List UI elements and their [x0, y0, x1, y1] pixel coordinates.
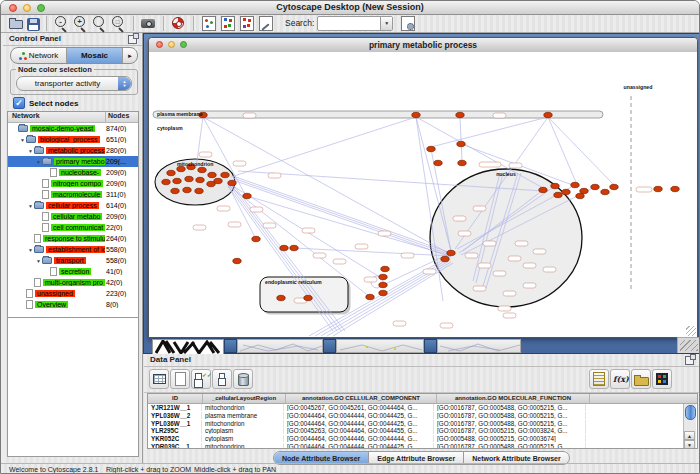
network-canvas[interactable]: plasma membranecytoplasmmitochondrionnuc… — [149, 52, 697, 337]
table-cell[interactable]: mitochondrion — [202, 443, 284, 449]
scroll-up-icon[interactable]: ▲ — [684, 431, 695, 440]
node-color-dropdown[interactable]: transporter activity ▲▼ — [16, 76, 132, 91]
tree-row-unassigned[interactable]: unassigned223(0) — [8, 288, 138, 299]
tree-row-metabolic-process[interactable]: ▼metabolic process280(0) — [8, 145, 138, 156]
layout-organic-icon[interactable] — [219, 15, 236, 32]
select-nodes-checkbox[interactable]: ✓ — [13, 97, 25, 109]
background-window-titlebar[interactable] — [323, 339, 336, 353]
table-cell[interactable]: YJR121W__1 — [148, 404, 202, 411]
network-node[interactable] — [671, 186, 679, 191]
network-edge[interactable] — [548, 117, 614, 185]
network-node[interactable] — [185, 176, 193, 181]
network-node[interactable] — [173, 178, 181, 183]
network-node[interactable] — [379, 282, 387, 287]
tree-row-cellular-process[interactable]: ▼cellular process614(0) — [8, 200, 138, 211]
table-cell[interactable]: YPL036W__2 — [148, 412, 202, 419]
network-edge[interactable] — [233, 180, 451, 257]
table-cell[interactable]: plasma membrane — [202, 412, 284, 419]
table-cell[interactable]: [GO:0016787, GO:0005488, GO:0005215, G..… — [434, 404, 586, 411]
network-node[interactable] — [196, 177, 204, 182]
table-row[interactable]: YPL036W__1mitochondrion[GO:0044464, GO:0… — [148, 419, 697, 427]
background-window-preview[interactable] — [237, 339, 323, 353]
disclosure-arrow-icon[interactable]: ▼ — [27, 203, 34, 209]
network-node[interactable] — [379, 290, 387, 295]
tree-row-multi-organism-pro[interactable]: multi-organism pro42(0) — [8, 277, 138, 288]
network-node[interactable] — [654, 186, 662, 191]
tree-row-cell-communicat[interactable]: cell communicat22(0) — [8, 222, 138, 233]
network-node[interactable] — [162, 179, 170, 184]
table-cell[interactable]: cytoplasm — [202, 435, 284, 442]
network-node[interactable] — [601, 189, 609, 194]
tree-row-biological-process[interactable]: ▼biological_process651(0) — [8, 134, 138, 145]
table-cell[interactable]: [GO:0016787, GO:0005215, GO:0003824, G..… — [434, 427, 586, 434]
layout-hierarchic-icon[interactable] — [238, 15, 255, 32]
network-node[interactable] — [551, 183, 559, 188]
column-header[interactable]: _cellularLayoutRegion — [203, 394, 286, 403]
network-node[interactable] — [381, 266, 389, 271]
session-settings-icon[interactable] — [399, 15, 416, 32]
zoom-fit-icon[interactable] — [110, 15, 127, 32]
attribute-table-icon[interactable] — [149, 369, 169, 389]
tree-column-network[interactable]: Network — [8, 112, 106, 122]
table-cell[interactable]: [GO:0005488, GO:0005215, GO:0003674] — [434, 435, 586, 442]
table-cell[interactable]: YPL036W__1 — [148, 420, 202, 427]
network-edge[interactable] — [548, 117, 578, 187]
table-cell[interactable]: [GO:0044464, GO:0044444, GO:0044425, G..… — [284, 443, 434, 449]
help-ring-icon[interactable] — [170, 15, 187, 32]
tree-row-secretion[interactable]: secretion41(0) — [8, 266, 138, 277]
network-node[interactable] — [208, 172, 216, 177]
network-node[interactable] — [280, 245, 288, 250]
network-node[interactable] — [304, 295, 312, 300]
birds-eye-view[interactable] — [7, 317, 139, 457]
tree-row-overview[interactable]: Overview8(0) — [8, 299, 138, 310]
scroll-down-icon[interactable]: ▼ — [684, 440, 695, 449]
scrollbar-thumb[interactable] — [685, 405, 696, 420]
column-header[interactable]: annotation.GO MOLECULAR_FUNCTION — [437, 394, 590, 403]
tab-network[interactable]: Network — [11, 48, 67, 63]
tab-overflow-arrow[interactable]: ► — [123, 48, 137, 63]
zoom-in-icon[interactable] — [72, 15, 89, 32]
disclosure-arrow-icon[interactable]: ▼ — [27, 148, 34, 154]
network-node[interactable] — [571, 182, 579, 187]
network-node[interactable] — [198, 167, 206, 172]
column-header[interactable]: annotation.GO CELLULAR_COMPONENT — [286, 394, 437, 403]
background-window-titlebar[interactable] — [424, 339, 437, 353]
network-overview-icon[interactable] — [200, 15, 217, 32]
network-node[interactable] — [562, 189, 570, 194]
table-cell[interactable]: [GO:0045263, GO:0044464, GO:0044455, G..… — [284, 427, 434, 434]
network-node[interactable] — [171, 188, 179, 193]
network-node[interactable] — [576, 193, 584, 198]
table-cell[interactable]: YLR295C — [148, 427, 202, 434]
save-icon[interactable] — [27, 18, 40, 31]
attribute-list-icon[interactable] — [589, 369, 609, 389]
network-node[interactable] — [412, 112, 420, 117]
function-builder-icon[interactable] — [610, 369, 630, 389]
network-node[interactable] — [379, 274, 387, 279]
tree-row-establishment-of-lo[interactable]: ▼establishment of lo558(0) — [8, 244, 138, 255]
network-node[interactable] — [554, 192, 562, 197]
network-node[interactable] — [221, 172, 229, 177]
network-edge[interactable] — [231, 117, 416, 177]
network-node[interactable] — [167, 170, 175, 175]
network-node[interactable] — [214, 178, 222, 183]
new-attribute-icon[interactable] — [170, 369, 190, 389]
network-node[interactable] — [183, 187, 191, 192]
window-resize-grip[interactable] — [686, 326, 696, 336]
disclosure-arrow-icon[interactable]: ▼ — [27, 247, 34, 253]
network-window-titlebar[interactable]: primary metabolic process — [149, 38, 697, 53]
unselect-attributes-icon[interactable] — [212, 369, 232, 389]
tree-row-macromolecule[interactable]: macromolecule311(0) — [8, 189, 138, 200]
table-cell[interactable]: [GO:0016787, GO:0005488, GO:0005215, G..… — [434, 412, 586, 419]
table-cell[interactable]: mitochondrion — [202, 420, 284, 427]
search-dropdown-arrow[interactable]: ▼ — [380, 17, 392, 30]
annotation-edit-icon[interactable] — [257, 15, 274, 32]
float-panel-icon[interactable] — [685, 356, 694, 365]
tree-row-cellular-metabo[interactable]: cellular metabo209(0) — [8, 211, 138, 222]
tree-row-response-to-stimulu[interactable]: response to stimulu264(0) — [8, 233, 138, 244]
network-node[interactable] — [427, 146, 435, 151]
zoom-selected-icon[interactable] — [91, 15, 108, 32]
tree-row-nitrogen-compo[interactable]: nitrogen compo209(0) — [8, 178, 138, 189]
table-cell[interactable]: [GO:0045267, GO:0045261, GO:0044464, G..… — [284, 404, 434, 411]
network-node[interactable] — [233, 258, 241, 263]
table-cell[interactable]: YDR039C__1 — [148, 443, 202, 449]
